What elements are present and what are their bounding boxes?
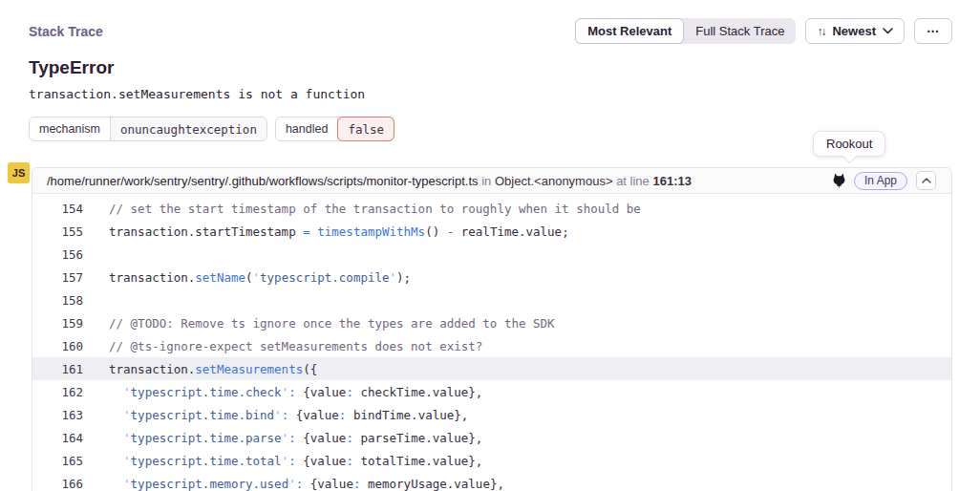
tag-value: onuncaughtexception [111, 117, 266, 140]
code-text: 'typescript.memory.used': {value: memory… [109, 477, 504, 491]
in-app-badge: In App [854, 172, 907, 190]
rookout-icon[interactable] [833, 173, 845, 189]
code-text: transaction.startTimestamp = timestampWi… [109, 224, 569, 239]
code-text: transaction.setName('typescript.compile'… [109, 270, 411, 285]
code-text: 'typescript.time.bind': {value: bindTime… [109, 408, 468, 422]
frame-actions: In App [833, 171, 936, 190]
code-line: 156 [32, 243, 951, 266]
more-options-button[interactable]: ⋯ [914, 18, 952, 44]
tooltip-label: Rookout [826, 137, 872, 151]
rookout-tooltip: Rookout [813, 131, 885, 157]
code-line: 163 'typescript.time.bind': {value: bind… [32, 403, 951, 426]
line-number: 166 [32, 477, 83, 491]
code-text: 'typescript.time.total': {value: totalTi… [109, 454, 482, 468]
code-line: 155transaction.startTimestamp = timestam… [32, 220, 951, 243]
code-line: 165 'typescript.time.total': {value: tot… [32, 449, 951, 472]
code-line: 162 'typescript.time.check': {value: che… [32, 380, 951, 403]
code-line: 164 'typescript.time.parse': {value: par… [32, 426, 951, 449]
code-text: // @ts-ignore-expect setMeasurements doe… [109, 339, 482, 353]
line-number: 157 [32, 270, 83, 285]
sort-label: Newest [832, 24, 876, 38]
code-lines: 154// set the start timestamp of the tra… [32, 194, 951, 491]
frame-at-line-words: at line [616, 174, 650, 188]
line-number: 164 [32, 431, 83, 445]
stack-trace-header: Stack Trace Most Relevant Full Stack Tra… [29, 18, 952, 44]
view-toggle: Most Relevant Full Stack Trace [575, 18, 796, 44]
frame-in-word: in [481, 174, 491, 188]
ellipsis-icon: ⋯ [927, 24, 940, 38]
error-message: transaction.setMeasurements is not a fun… [29, 87, 951, 101]
tag-mechanism[interactable]: mechanism onuncaughtexception [29, 117, 267, 141]
code-line: 159// @TODO: Remove ts ignore once the t… [32, 311, 951, 334]
code-text: // @TODO: Remove ts ignore once the type… [109, 316, 555, 331]
frame-line-column: 161:13 [652, 174, 691, 188]
frame-title: /home/runner/work/sentry/sentry/.github/… [47, 174, 692, 188]
toggle-most-relevant[interactable]: Most Relevant [575, 18, 684, 44]
frame-function-name: Object.<anonymous> [495, 174, 613, 188]
chevron-up-icon [922, 178, 931, 183]
tag-handled[interactable]: handled false [275, 117, 394, 141]
line-number: 154 [32, 202, 83, 216]
code-line: 154// set the start timestamp of the tra… [32, 197, 951, 220]
code-text: 'typescript.time.parse': {value: parseTi… [109, 431, 482, 445]
line-number: 156 [32, 247, 83, 262]
javascript-platform-badge: JS [8, 162, 30, 183]
line-number: 160 [32, 339, 83, 353]
error-type-title: TypeError [29, 57, 951, 78]
sort-newest-dropdown[interactable]: ↑↓ Newest [805, 18, 905, 44]
code-text: // set the start timestamp of the transa… [109, 202, 641, 216]
chevron-down-icon [883, 28, 893, 34]
code-text: 'typescript.time.check': {value: checkTi… [109, 385, 482, 399]
code-line: 158 [32, 288, 951, 311]
sort-arrows-icon: ↑↓ [817, 25, 824, 38]
line-number: 162 [32, 385, 83, 399]
frame-header[interactable]: /home/runner/work/sentry/sentry/.github/… [32, 168, 951, 194]
frame-file-path: /home/runner/work/sentry/sentry/.github/… [47, 174, 479, 188]
code-line: 166 'typescript.memory.used': {value: me… [32, 472, 951, 491]
stack-frame: /home/runner/work/sentry/sentry/.github/… [32, 167, 952, 491]
line-number: 158 [32, 293, 83, 308]
code-line: 160// @ts-ignore-expect setMeasurements … [32, 334, 951, 357]
code-line: 161transaction.setMeasurements({ [32, 357, 951, 380]
tag-key: mechanism [30, 117, 111, 140]
collapse-frame-button[interactable] [916, 171, 936, 190]
code-text: transaction.setMeasurements({ [109, 362, 317, 376]
tag-value-error: false [337, 117, 394, 141]
line-number: 161 [32, 362, 83, 376]
line-number: 155 [32, 224, 83, 239]
header-controls: Most Relevant Full Stack Trace ↑↓ Newest… [575, 18, 952, 44]
toggle-full-stack-trace[interactable]: Full Stack Trace [684, 18, 796, 44]
tag-key: handled [276, 117, 339, 140]
code-line: 157transaction.setName('typescript.compi… [32, 266, 951, 288]
line-number: 163 [32, 408, 83, 422]
line-number: 159 [32, 316, 83, 331]
line-number: 165 [32, 454, 83, 468]
section-title: Stack Trace [29, 24, 103, 39]
